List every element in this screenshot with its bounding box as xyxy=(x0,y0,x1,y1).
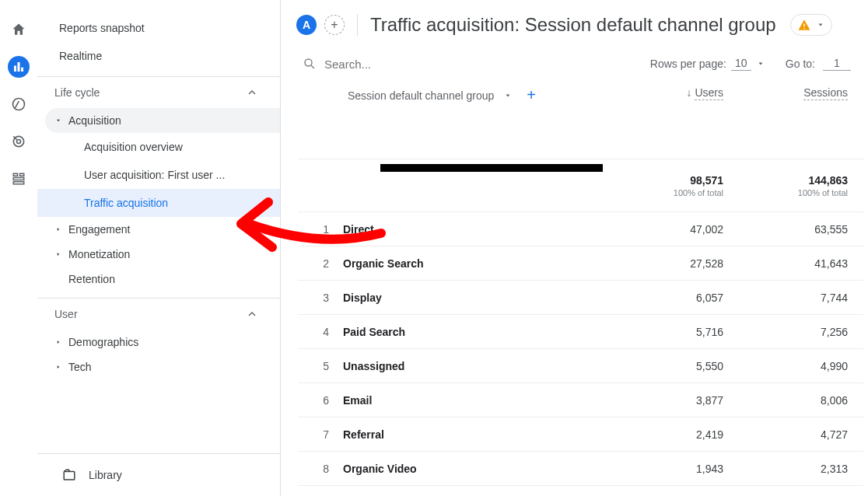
table-row[interactable]: 1Direct47,00263,555 xyxy=(298,212,863,246)
column-sessions[interactable]: Sessions xyxy=(739,86,863,99)
table-row[interactable]: 2Organic Search27,52841,643 xyxy=(298,246,863,281)
row-dimension: Paid Search xyxy=(343,326,614,338)
data-quality-warning-chip[interactable] xyxy=(790,14,832,36)
row-index: 5 xyxy=(298,360,343,372)
svg-rect-11 xyxy=(803,24,805,27)
warning-icon xyxy=(797,18,811,32)
search-input[interactable] xyxy=(324,58,480,71)
svg-rect-6 xyxy=(13,173,17,176)
sidebar-item-demographics[interactable]: Demographics xyxy=(37,330,280,355)
rows-per-page-control[interactable]: Rows per page: 10 xyxy=(650,57,765,71)
caret-right-icon xyxy=(54,338,68,346)
sidebar-item-library[interactable]: Library xyxy=(37,453,280,496)
table-header-row: Session default channel group + ↓Users S… xyxy=(298,82,863,159)
main-content: A + Traffic acquisition: Session default… xyxy=(281,0,868,496)
tech-label: Tech xyxy=(68,361,92,373)
dimension-header-label: Session default channel group xyxy=(348,89,494,102)
row-index: 8 xyxy=(298,463,343,475)
row-dimension: Referral xyxy=(343,428,614,441)
row-dimension: Unassigned xyxy=(343,360,614,372)
chevron-down-icon xyxy=(816,20,825,30)
home-icon[interactable] xyxy=(8,19,30,40)
page-header: A + Traffic acquisition: Session default… xyxy=(281,0,868,47)
sidebar-item-tech[interactable]: Tech xyxy=(37,355,280,379)
svg-rect-10 xyxy=(64,472,75,480)
svg-rect-7 xyxy=(20,173,24,176)
sidebar-section-user[interactable]: User xyxy=(37,299,280,330)
chevron-down-icon xyxy=(503,91,513,100)
sessions-header-label: Sessions xyxy=(803,86,848,100)
table-row[interactable]: 5Unassigned5,5504,990 xyxy=(298,349,863,383)
table-row[interactable]: 8Organic Video1,9432,313 xyxy=(298,452,863,486)
reports-icon[interactable] xyxy=(8,56,30,78)
sort-descending-icon: ↓ xyxy=(686,86,691,99)
column-users[interactable]: ↓Users xyxy=(614,86,739,99)
search-icon xyxy=(303,57,317,71)
monetization-label: Monetization xyxy=(68,248,130,260)
table-row[interactable]: 6Email3,8778,006 xyxy=(298,383,863,417)
caret-right-icon xyxy=(54,363,68,371)
rows-per-page-value[interactable]: 10 xyxy=(731,57,751,71)
total-users: 98,571 xyxy=(690,174,723,187)
table-row[interactable]: 4Paid Search5,7167,256 xyxy=(298,315,863,349)
row-dimension: Email xyxy=(343,394,614,407)
svg-rect-12 xyxy=(803,28,805,30)
search-field[interactable] xyxy=(303,57,644,71)
sidebar-section-lifecycle[interactable]: Life cycle xyxy=(37,77,280,108)
total-users-pct: 100% of total xyxy=(674,188,723,197)
chevron-down-icon xyxy=(756,59,765,68)
sidebar-item-realtime[interactable]: Realtime xyxy=(37,42,280,70)
sidebar-item-user-acq[interactable]: User acquisition: First user ... xyxy=(37,161,280,189)
goto-value[interactable]: 1 xyxy=(823,57,851,71)
caret-right-icon xyxy=(54,225,68,233)
acquisition-label: Acquisition xyxy=(68,114,121,127)
row-dimension: Organic Video xyxy=(343,463,614,475)
sidebar-item-acq-overview[interactable]: Acquisition overview xyxy=(37,133,280,161)
svg-rect-8 xyxy=(13,178,24,180)
sidebar-item-traffic-acq[interactable]: Traffic acquisition xyxy=(37,189,280,217)
table-row[interactable]: 7Referral2,4194,727 xyxy=(298,417,863,452)
goto-label: Go to: xyxy=(786,58,815,70)
divider xyxy=(357,14,358,36)
row-dimension: Organic Search xyxy=(343,257,614,270)
total-sessions-pct: 100% of total xyxy=(798,188,848,197)
row-index: 3 xyxy=(298,292,343,304)
sidebar-item-acquisition[interactable]: Acquisition xyxy=(45,108,280,133)
section-label: User xyxy=(54,308,78,320)
dimension-picker[interactable]: Session default channel group + xyxy=(298,86,614,104)
configure-icon[interactable] xyxy=(8,168,30,190)
demographics-label: Demographics xyxy=(68,336,138,348)
add-comparison-button[interactable]: + xyxy=(324,15,345,35)
sidebar-item-retention[interactable]: Retention xyxy=(37,267,280,292)
sidebar: Reports snapshot Realtime Life cycle Acq… xyxy=(37,0,281,496)
sidebar-item-snapshot[interactable]: Reports snapshot xyxy=(37,14,280,42)
svg-rect-1 xyxy=(18,62,20,72)
svg-point-13 xyxy=(305,59,312,66)
total-sessions: 144,863 xyxy=(808,174,848,187)
row-index: 4 xyxy=(298,326,343,338)
comparison-badge[interactable]: A xyxy=(296,15,317,35)
advertising-icon[interactable] xyxy=(8,131,30,152)
caret-right-icon xyxy=(54,250,68,258)
goto-control[interactable]: Go to: 1 xyxy=(786,57,851,71)
icon-rail xyxy=(0,0,37,496)
table-row[interactable]: 3Display6,0577,744 xyxy=(298,281,863,315)
row-sessions: 2,313 xyxy=(739,463,863,475)
row-sessions: 7,256 xyxy=(739,326,863,338)
row-dimension: Display xyxy=(343,292,614,304)
caret-down-icon xyxy=(54,117,68,124)
explore-icon[interactable] xyxy=(8,93,30,115)
rows-per-page-label: Rows per page: xyxy=(650,58,726,70)
row-index: 1 xyxy=(298,223,343,236)
add-dimension-button[interactable]: + xyxy=(527,86,536,104)
sidebar-item-monetization[interactable]: Monetization xyxy=(37,242,280,267)
sidebar-item-engagement[interactable]: Engagement xyxy=(37,217,280,242)
page-title: Traffic acquisition: Session default cha… xyxy=(370,14,776,36)
row-index: 7 xyxy=(298,428,343,441)
row-users: 5,550 xyxy=(614,360,739,372)
row-sessions: 41,643 xyxy=(739,257,863,270)
data-table: Session default channel group + ↓Users S… xyxy=(281,82,868,486)
library-icon xyxy=(62,468,76,482)
row-sessions: 7,744 xyxy=(739,292,863,304)
row-sessions: 4,990 xyxy=(739,360,863,372)
